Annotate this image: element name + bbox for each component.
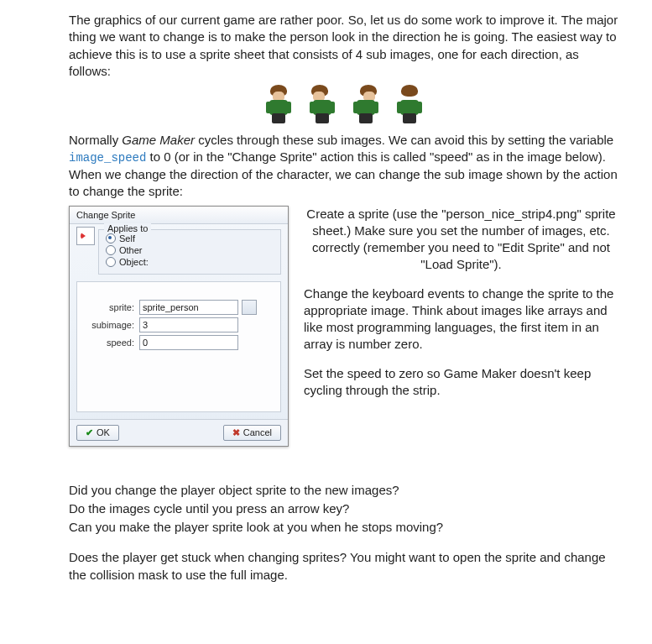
instruction-keyboard-events: Change the keyboard events to change the… xyxy=(304,285,618,353)
applies-to-group: Applies to Self Other Object: xyxy=(98,229,281,275)
radio-label: Self xyxy=(119,233,135,243)
document-page: The graphics of our current game are rat… xyxy=(0,0,652,597)
text: cycles through these sub images. We can … xyxy=(195,133,613,147)
question-3: Can you make the player sprite look at y… xyxy=(69,519,618,536)
game-maker-name: Game Maker xyxy=(122,133,195,147)
ok-button[interactable]: ✔ OK xyxy=(76,425,119,441)
question-2: Do the images cycle until you press an a… xyxy=(69,500,618,517)
change-sprite-dialog: Change Sprite Applies to Self Other Obje… xyxy=(69,206,289,447)
radio-label: Object: xyxy=(119,257,149,267)
radio-object[interactable]: Object: xyxy=(106,257,274,267)
code-image-speed: image_speed xyxy=(69,151,146,165)
sprite-frame-up xyxy=(395,85,424,123)
button-label: OK xyxy=(96,427,110,437)
sprite-input[interactable]: sprite_person xyxy=(139,300,238,315)
sprite-label: sprite: xyxy=(86,302,134,312)
subimage-label: subimage: xyxy=(86,320,134,330)
subimage-input[interactable]: 3 xyxy=(139,317,238,332)
radio-icon xyxy=(106,245,116,255)
check-icon: ✔ xyxy=(86,427,93,438)
applies-to-legend: Applies to xyxy=(104,223,151,233)
sprite-frame-down xyxy=(264,85,293,123)
sprite-frame-left xyxy=(308,85,336,123)
text: Normally xyxy=(69,133,122,147)
action-icon xyxy=(76,227,95,245)
cancel-button[interactable]: ✖ Cancel xyxy=(223,425,281,441)
explanation-paragraph: Normally Game Maker cycles through these… xyxy=(69,132,618,201)
dialog-title: Change Sprite xyxy=(70,207,288,224)
intro-paragraph: The graphics of our current game are rat… xyxy=(69,12,618,80)
question-1: Did you change the player object sprite … xyxy=(69,482,618,499)
speed-label: speed: xyxy=(86,338,134,348)
sprite-sheet-illustration xyxy=(69,85,618,123)
radio-label: Other xyxy=(119,245,143,255)
text: to 0 (or in the "Change Sprite" action t… xyxy=(69,149,618,198)
instruction-speed-zero: Set the speed to zero so Game Maker does… xyxy=(304,365,618,400)
collision-mask-note: Does the player get stuck when changing … xyxy=(69,549,618,584)
radio-other[interactable]: Other xyxy=(106,245,274,255)
sprite-frame-right xyxy=(352,85,380,123)
sprite-picker-button[interactable] xyxy=(242,300,257,315)
question-block: Did you change the player object sprite … xyxy=(69,482,618,537)
radio-icon xyxy=(106,233,116,243)
close-icon: ✖ xyxy=(232,427,240,438)
radio-self[interactable]: Self xyxy=(106,233,274,243)
dialog-form: sprite: sprite_person subimage: 3 speed:… xyxy=(76,281,281,412)
button-label: Cancel xyxy=(243,427,272,437)
instruction-create-sprite: Create a sprite (use the "person_nice_st… xyxy=(304,206,618,274)
radio-icon xyxy=(106,257,116,267)
speed-input[interactable]: 0 xyxy=(139,335,238,350)
